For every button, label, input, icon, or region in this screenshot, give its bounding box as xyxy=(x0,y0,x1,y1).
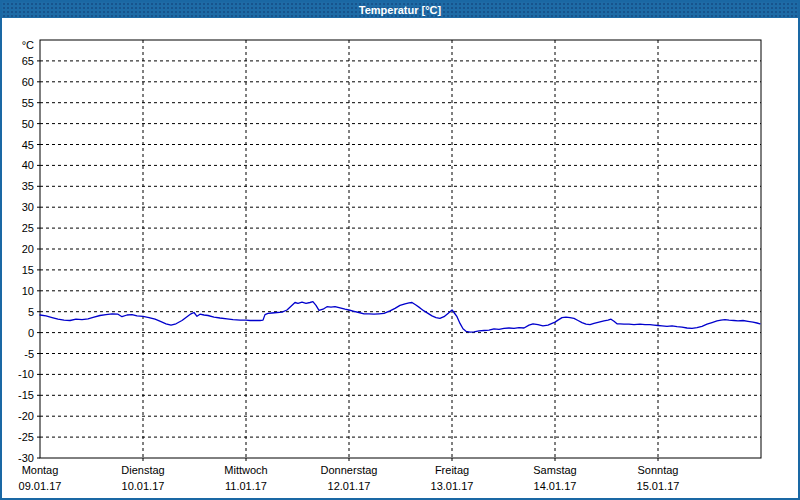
svg-text:10: 10 xyxy=(22,285,34,297)
x-axis-date-label: 12.01.17 xyxy=(328,480,371,492)
svg-text:-30: -30 xyxy=(18,452,34,464)
chart-area: -30-25-20-15-10-505101520253035404550556… xyxy=(2,18,798,498)
x-axis-date-label: 09.01.17 xyxy=(19,480,62,492)
svg-text:-20: -20 xyxy=(18,410,34,422)
x-axis-date-label: 13.01.17 xyxy=(431,480,474,492)
x-axis-day-label: Sonntag xyxy=(638,464,679,476)
x-axis-date-label: 14.01.17 xyxy=(534,480,577,492)
x-axis-day-label: Donnerstag xyxy=(321,464,378,476)
svg-text:30: 30 xyxy=(22,201,34,213)
window-titlebar[interactable]: Temperatur [°C] xyxy=(2,2,798,18)
svg-text:-15: -15 xyxy=(18,389,34,401)
x-axis-date-label: 10.01.17 xyxy=(122,480,165,492)
svg-text:40: 40 xyxy=(22,159,34,171)
svg-text:35: 35 xyxy=(22,180,34,192)
window-title: Temperatur [°C] xyxy=(359,4,441,16)
svg-text:65: 65 xyxy=(22,55,34,67)
svg-text:60: 60 xyxy=(22,76,34,88)
svg-text:50: 50 xyxy=(22,118,34,130)
svg-text:-10: -10 xyxy=(18,368,34,380)
x-axis-day-label: Montag xyxy=(22,464,59,476)
x-axis-day-label: Mittwoch xyxy=(224,464,267,476)
x-axis-day-label: Freitag xyxy=(435,464,469,476)
svg-text:-25: -25 xyxy=(18,431,34,443)
svg-text:25: 25 xyxy=(22,222,34,234)
svg-text:°C: °C xyxy=(22,39,34,51)
x-axis-day-label: Samstag xyxy=(533,464,576,476)
temperature-line xyxy=(40,302,760,333)
temperature-chart: -30-25-20-15-10-505101520253035404550556… xyxy=(2,18,798,498)
svg-text:20: 20 xyxy=(22,243,34,255)
svg-text:0: 0 xyxy=(28,327,34,339)
svg-text:45: 45 xyxy=(22,139,34,151)
x-axis-day-label: Dienstag xyxy=(121,464,164,476)
app-window: Temperatur [°C] -30-25-20-15-10-50510152… xyxy=(0,0,800,500)
x-axis-date-label: 15.01.17 xyxy=(637,480,680,492)
svg-text:-5: -5 xyxy=(24,348,34,360)
svg-text:15: 15 xyxy=(22,264,34,276)
x-axis-date-label: 11.01.17 xyxy=(225,480,267,492)
svg-text:5: 5 xyxy=(28,306,34,318)
svg-text:55: 55 xyxy=(22,97,34,109)
